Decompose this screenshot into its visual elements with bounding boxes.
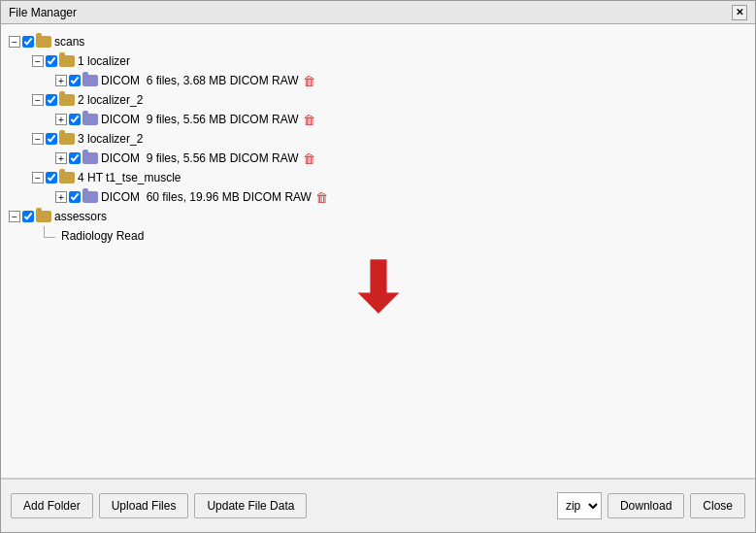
window-title: File Manager — [9, 6, 77, 19]
down-arrow-icon — [354, 255, 403, 314]
tree-node-dicom-3: DICOM 9 files, 5.56 MB DICOM RAW 🗑 — [5, 149, 751, 168]
expand-4ht-button[interactable] — [32, 172, 44, 183]
delete-dicom-1-button[interactable]: 🗑 — [303, 74, 315, 88]
folder-icon-2localizer2 — [59, 94, 75, 106]
label-4ht: 4 HT t1_tse_muscle — [78, 171, 181, 184]
dicom-folder-icon-4 — [82, 191, 98, 203]
format-select-container[interactable]: zip tar — [557, 492, 602, 519]
expand-dicom-4-button[interactable] — [55, 191, 67, 203]
upload-files-button[interactable]: Upload Files — [99, 493, 189, 518]
label-dicom-2: DICOM 9 files, 5.56 MB DICOM RAW — [101, 113, 299, 126]
svg-marker-0 — [357, 259, 399, 314]
file-tree: scans 1 localizer DICOM 6 files, 3.68 MB… — [1, 24, 755, 479]
download-button[interactable]: Download — [608, 493, 684, 518]
expand-assessors-button[interactable] — [9, 211, 20, 222]
arrow-indicator — [5, 246, 751, 333]
checkbox-dicom-4[interactable] — [69, 191, 81, 203]
footer-right-buttons: zip tar Download Close — [557, 492, 745, 519]
dicom-folder-icon-1 — [82, 75, 98, 86]
format-dropdown[interactable]: zip tar — [558, 493, 601, 518]
tree-node-dicom-4: DICOM 60 files, 19.96 MB DICOM RAW 🗑 — [5, 187, 751, 207]
checkbox-4ht[interactable] — [46, 172, 57, 183]
tree-node-2localizer2: 2 localizer_2 — [5, 90, 751, 110]
expand-2localizer2-button[interactable] — [32, 94, 44, 106]
add-folder-button[interactable]: Add Folder — [11, 493, 93, 518]
label-scans: scans — [54, 35, 84, 49]
checkbox-3localizer2[interactable] — [46, 133, 57, 145]
tree-connector — [44, 226, 55, 238]
delete-dicom-4-button[interactable]: 🗑 — [315, 190, 328, 205]
tree-node-scans: scans — [5, 32, 751, 51]
tree-node-1localizer: 1 localizer — [5, 51, 751, 71]
checkbox-2localizer2[interactable] — [46, 94, 57, 106]
folder-icon-4ht — [59, 172, 75, 183]
checkbox-scans[interactable] — [22, 36, 34, 48]
dicom-folder-icon-2 — [82, 114, 98, 125]
expand-dicom-1-button[interactable] — [55, 75, 67, 86]
folder-icon-3localizer2 — [59, 133, 75, 145]
label-assessors: assessors — [54, 210, 107, 223]
close-button[interactable]: Close — [690, 493, 745, 518]
checkbox-dicom-3[interactable] — [69, 152, 81, 164]
expand-dicom-2-button[interactable] — [55, 114, 67, 125]
expand-dicom-3-button[interactable] — [55, 152, 67, 164]
label-dicom-3: DICOM 9 files, 5.56 MB DICOM RAW — [101, 151, 299, 165]
file-manager-window: File Manager ✕ scans 1 localizer DICOM 6… — [0, 0, 756, 533]
title-bar: File Manager ✕ — [1, 1, 755, 24]
delete-dicom-2-button[interactable]: 🗑 — [303, 113, 315, 127]
tree-node-4ht: 4 HT t1_tse_muscle — [5, 168, 751, 187]
expand-3localizer2-button[interactable] — [32, 133, 44, 145]
tree-node-dicom-1: DICOM 6 files, 3.68 MB DICOM RAW 🗑 — [5, 71, 751, 90]
footer-bar: Add Folder Upload Files Update File Data… — [1, 479, 755, 532]
label-dicom-1: DICOM 6 files, 3.68 MB DICOM RAW — [101, 74, 299, 87]
expand-scans-button[interactable] — [9, 36, 20, 48]
label-1localizer: 1 localizer — [78, 54, 130, 68]
footer-left-buttons: Add Folder Upload Files Update File Data — [11, 493, 307, 518]
checkbox-dicom-2[interactable] — [69, 114, 81, 125]
tree-node-3localizer2: 3 localizer_2 — [5, 129, 751, 149]
folder-icon-assessors — [36, 211, 51, 222]
folder-icon-1localizer — [59, 55, 75, 67]
label-3localizer2: 3 localizer_2 — [78, 132, 143, 146]
label-radiology-read: Radiology Read — [61, 229, 144, 243]
tree-node-assessors: assessors — [5, 207, 751, 226]
checkbox-1localizer[interactable] — [46, 55, 57, 67]
checkbox-dicom-1[interactable] — [69, 75, 81, 86]
tree-node-dicom-2: DICOM 9 files, 5.56 MB DICOM RAW 🗑 — [5, 110, 751, 129]
close-window-button[interactable]: ✕ — [732, 5, 747, 20]
label-2localizer2: 2 localizer_2 — [78, 93, 143, 107]
expand-1localizer-button[interactable] — [32, 55, 44, 67]
checkbox-assessors[interactable] — [22, 211, 34, 222]
tree-node-radiology-read: Radiology Read — [5, 226, 751, 246]
delete-dicom-3-button[interactable]: 🗑 — [303, 151, 315, 166]
dicom-folder-icon-3 — [82, 152, 98, 164]
folder-icon-scans — [36, 36, 51, 48]
label-dicom-4: DICOM 60 files, 19.96 MB DICOM RAW — [101, 190, 312, 204]
update-file-data-button[interactable]: Update File Data — [194, 493, 307, 518]
